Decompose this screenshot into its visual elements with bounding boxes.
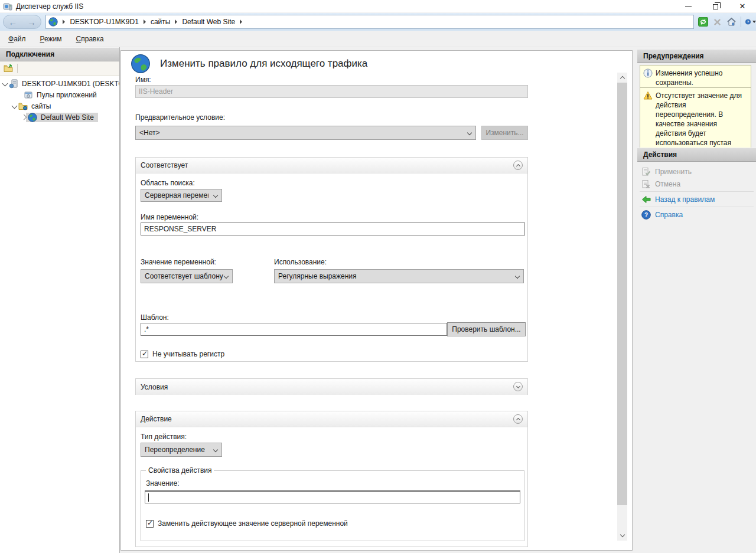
chevron-right-icon <box>175 19 177 24</box>
variable-value-select[interactable]: Соответствует шаблону <box>141 269 233 283</box>
back-to-rules-label[interactable]: Назад к правилам <box>655 195 715 204</box>
restore-button[interactable] <box>702 0 729 12</box>
variable-name-input[interactable]: RESPONSE_SERVER <box>141 222 525 235</box>
document-x-icon <box>641 179 651 189</box>
help-label[interactable]: Справка <box>655 211 683 219</box>
collapse-match-button[interactable] <box>513 161 523 170</box>
collapse-chevron-icon[interactable] <box>2 81 8 87</box>
restore-icon <box>713 4 718 9</box>
back-button[interactable]: ← <box>8 18 17 27</box>
action-properties-group: Свойства действия Значение: ✓ Заменить д… <box>141 470 524 541</box>
usage-select[interactable]: Регулярные выражения <box>274 269 524 283</box>
checkbox-checked-icon[interactable]: ✓ <box>141 351 148 358</box>
match-header-label: Соответствует <box>141 161 188 169</box>
chevron-up-icon <box>620 76 624 81</box>
cancel-button: Отмена <box>637 178 756 190</box>
close-button[interactable]: ✕ <box>729 0 756 12</box>
chevron-right-icon <box>240 19 242 24</box>
actions-list: Применить Отмена Назад к правилам ? Спра… <box>637 165 756 221</box>
scope-select[interactable]: Серверная переменн <box>141 189 222 202</box>
ignore-case-label: Не учитывать регистр <box>152 350 224 358</box>
home-button[interactable] <box>726 17 737 27</box>
connections-panel: Подключения DESKTOP-U1MK9D1 (DESKTOI <box>0 47 120 553</box>
chevron-right-icon <box>63 19 65 24</box>
test-pattern-button[interactable]: Проверить шаблон... <box>447 322 526 336</box>
tree-item-label[interactable]: сайты <box>30 102 53 111</box>
title-bar: Диспетчер служб IIS ✕ <box>0 0 756 13</box>
page-title: Изменить правило для исходящего трафика <box>160 58 367 70</box>
expand-conditions-button[interactable] <box>513 382 523 391</box>
breadcrumb-sites[interactable]: сайты <box>151 18 171 26</box>
connections-header: Подключения <box>0 47 119 61</box>
tree-item-label[interactable]: DESKTOP-U1MK9D1 (DESKTOI <box>20 79 119 89</box>
pattern-label: Шаблон: <box>141 313 169 322</box>
document-check-icon <box>641 167 651 176</box>
iis-logo-icon <box>3 2 12 11</box>
info-alert-text: Изменения успешно сохранены. <box>656 68 748 87</box>
precondition-select[interactable]: <Нет> <box>135 126 476 140</box>
scroll-thumb[interactable] <box>617 83 627 505</box>
collapse-action-button[interactable] <box>513 414 523 424</box>
ignore-case-checkbox-row[interactable]: ✓ Не учитывать регистр <box>141 350 224 358</box>
globe-icon <box>131 54 151 74</box>
minimize-button[interactable] <box>674 0 702 12</box>
cancel-label: Отмена <box>655 180 680 188</box>
chevron-up-icon <box>516 164 520 168</box>
help-button[interactable]: ? <box>745 17 756 27</box>
usage-label: Использование: <box>274 258 327 266</box>
separator <box>640 191 754 192</box>
menu-mode[interactable]: Режим <box>34 32 68 45</box>
action-type-select[interactable]: Переопределение <box>141 443 222 457</box>
chevron-right-icon <box>144 19 146 24</box>
chevron-up-icon <box>516 418 520 422</box>
tree-item-app-pools[interactable]: Пулы приложений <box>0 89 119 100</box>
navigation-bar: ← → DESKTOP-U1MK9D1 сайты Default Web Si… <box>0 13 756 31</box>
breadcrumb[interactable]: DESKTOP-U1MK9D1 сайты Default Web Site <box>45 15 694 29</box>
checkbox-checked-icon[interactable]: ✓ <box>146 520 154 528</box>
chevron-down-icon <box>752 21 756 23</box>
menu-help[interactable]: Справка <box>70 32 110 45</box>
scroll-down-button[interactable] <box>617 531 627 541</box>
action-section: Действие Тип действия: Переопределение С… <box>135 411 528 547</box>
scroll-up-button[interactable] <box>617 73 627 83</box>
chevron-down-icon <box>213 193 218 198</box>
scope-value: Серверная переменн <box>145 191 208 199</box>
breadcrumb-server[interactable]: DESKTOP-U1MK9D1 <box>70 18 138 26</box>
chevron-down-icon <box>515 274 520 279</box>
tree-item-label[interactable]: Пулы приложений <box>35 90 99 100</box>
actions-header: Действия <box>637 148 756 162</box>
tree-item-label[interactable]: Default Web Site <box>39 113 96 122</box>
tree-item-sites[interactable]: сайты <box>0 100 119 112</box>
tree-item-default-web-site[interactable]: Default Web Site <box>0 112 119 123</box>
text-cursor <box>148 493 149 502</box>
tree-item-server[interactable]: DESKTOP-U1MK9D1 (DESKTOI <box>0 78 119 89</box>
refresh-button[interactable] <box>698 17 708 27</box>
action-value-input[interactable] <box>145 490 520 503</box>
forward-button[interactable]: → <box>27 18 36 27</box>
connections-toolbar <box>0 61 119 76</box>
vertical-scrollbar[interactable] <box>617 73 627 541</box>
action-value-label: Значение: <box>146 479 180 487</box>
replace-value-checkbox-row[interactable]: ✓ Заменить действующее значение серверно… <box>146 519 348 528</box>
help-link[interactable]: ? Справка <box>637 208 756 221</box>
pattern-input[interactable]: .* <box>141 323 447 336</box>
breadcrumb-site[interactable]: Default Web Site <box>182 18 235 26</box>
back-to-rules-link[interactable]: Назад к правилам <box>637 193 756 205</box>
globe-icon <box>48 17 58 27</box>
info-icon <box>643 68 653 78</box>
globe-icon <box>28 113 37 122</box>
stop-icon <box>713 18 722 27</box>
create-connection-button[interactable] <box>2 63 15 75</box>
replace-value-label: Заменить действующее значение серверной … <box>158 519 348 528</box>
collapse-chevron-icon[interactable] <box>12 103 18 109</box>
main-panel: Изменить правило для исходящего трафика … <box>120 47 637 553</box>
menu-file[interactable]: Файл <box>2 32 32 45</box>
action-type-label: Тип действия: <box>141 433 187 441</box>
stop-button <box>712 17 722 27</box>
toolbar-separator <box>17 64 18 73</box>
conditions-section: Условия <box>135 378 528 395</box>
apply-label: Применить <box>655 168 692 176</box>
action-section-header: Действие <box>136 411 527 427</box>
edit-precondition-button: Изменить... <box>481 126 528 140</box>
help-icon: ? <box>641 210 651 220</box>
